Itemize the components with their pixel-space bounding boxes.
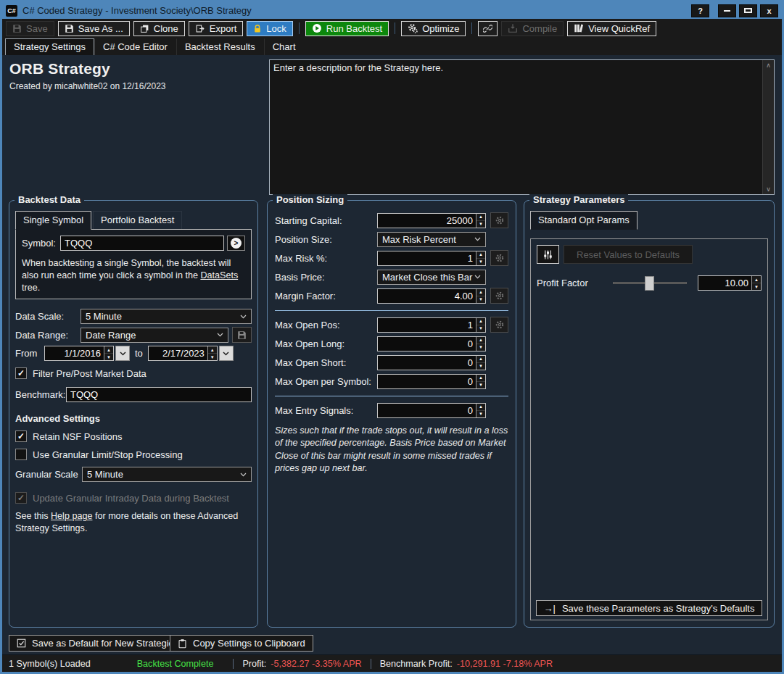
max-open-pos-input[interactable]: [378, 318, 476, 332]
from-date-spinner[interactable]: ▲▼: [104, 346, 113, 360]
spin-up-icon[interactable]: ▲: [476, 214, 485, 221]
spin-down-icon[interactable]: ▼: [476, 363, 485, 370]
spin-down-icon[interactable]: ▼: [476, 325, 485, 332]
save-default-new-strategies-button[interactable]: Save as Default for New Strategies: [9, 635, 186, 652]
spin-up-icon[interactable]: ▲: [208, 346, 217, 354]
tab-strategy-settings[interactable]: Strategy Settings: [5, 38, 94, 55]
spin-down-icon[interactable]: ▼: [476, 296, 485, 303]
basis-price-select[interactable]: Market Close this Bar: [377, 270, 486, 285]
spin-up-icon[interactable]: ▲: [104, 346, 113, 354]
max-open-long-input[interactable]: [378, 337, 476, 351]
to-date-dropdown-button[interactable]: [219, 346, 234, 361]
spin-down-icon[interactable]: ▼: [104, 354, 113, 360]
save-button[interactable]: Save: [6, 21, 54, 36]
spin-down-icon[interactable]: ▼: [476, 259, 485, 265]
spin-down-icon[interactable]: ▼: [476, 221, 485, 228]
to-date-input[interactable]: [149, 346, 207, 360]
help-page-link[interactable]: Help page: [51, 511, 92, 521]
spin-up-icon[interactable]: ▲: [752, 276, 761, 283]
compile-button[interactable]: Compile: [501, 21, 564, 36]
max-risk-spinner[interactable]: ▲▼: [476, 251, 485, 265]
symbol-input[interactable]: [60, 236, 224, 251]
save-parameters-defaults-button[interactable]: →| Save these Parameters as Strategy's D…: [536, 600, 762, 616]
position-size-select[interactable]: Max Risk Percent: [377, 232, 486, 247]
profit-factor-slider[interactable]: [613, 276, 687, 291]
lock-button[interactable]: Lock: [247, 21, 292, 36]
margin-factor-input[interactable]: [378, 289, 476, 303]
spin-down-icon[interactable]: ▼: [476, 411, 485, 417]
maximize-icon: [744, 8, 752, 13]
parameter-sliders-button[interactable]: [537, 245, 559, 264]
spin-down-icon[interactable]: ▼: [476, 382, 485, 388]
update-granular-checkbox[interactable]: ✓ Update Granular Intraday Data during B…: [15, 492, 252, 504]
view-quickref-button[interactable]: View QuickRef: [567, 21, 656, 36]
margin-factor-opt-button[interactable]: [490, 288, 508, 304]
close-button[interactable]: x: [760, 4, 778, 17]
benchmark-input[interactable]: [66, 387, 252, 402]
tab-chart[interactable]: Chart: [264, 38, 305, 55]
reset-values-button[interactable]: Reset Values to Defaults: [564, 245, 693, 264]
max-risk-opt-button[interactable]: [490, 250, 508, 266]
books-icon: [574, 23, 584, 33]
toolbar-separator: [471, 22, 472, 34]
spin-up-icon[interactable]: ▲: [476, 251, 485, 259]
copy-settings-button[interactable]: Copy Settings to Clipboard: [170, 635, 313, 652]
link-button[interactable]: [478, 21, 498, 36]
description-input[interactable]: [270, 60, 762, 194]
max-risk-input[interactable]: [378, 251, 476, 265]
help-button[interactable]: ?: [691, 4, 709, 17]
spin-down-icon[interactable]: ▼: [752, 283, 761, 290]
margin-factor-spinner[interactable]: ▲▼: [476, 289, 485, 303]
description-scrollbar[interactable]: ∧ ∨: [762, 60, 774, 194]
max-open-pos-spinner[interactable]: ▲▼: [476, 318, 485, 332]
max-entry-signals-input[interactable]: [378, 404, 476, 417]
max-open-short-input[interactable]: [378, 356, 476, 370]
from-date-input[interactable]: [45, 346, 104, 360]
export-button[interactable]: Export: [189, 21, 244, 36]
scroll-down-icon[interactable]: ∨: [766, 186, 771, 193]
to-date-spinner[interactable]: ▲▼: [207, 346, 217, 360]
starting-capital-input[interactable]: [378, 214, 476, 228]
from-date-dropdown-button[interactable]: [115, 346, 130, 361]
save-as-button[interactable]: Save As ...: [58, 21, 130, 36]
spin-up-icon[interactable]: ▲: [476, 337, 485, 344]
spin-down-icon[interactable]: ▼: [476, 344, 485, 351]
maximize-button[interactable]: [739, 4, 757, 17]
starting-capital-spinner[interactable]: ▲▼: [476, 214, 485, 228]
data-range-select[interactable]: Date Range: [81, 328, 228, 343]
tab-portfolio-backtest[interactable]: Portfolio Backtest: [93, 211, 182, 229]
spin-up-icon[interactable]: ▲: [476, 356, 485, 363]
max-entry-signals-spinner[interactable]: ▲▼: [476, 404, 485, 417]
spin-up-icon[interactable]: ▲: [476, 289, 485, 296]
optimize-button[interactable]: Optimize: [401, 21, 466, 36]
save-range-button[interactable]: [232, 327, 252, 343]
scroll-up-icon[interactable]: ∧: [766, 62, 771, 69]
retain-nsf-checkbox[interactable]: ✓ Retain NSF Positions: [15, 430, 252, 442]
max-open-per-symbol-input[interactable]: [378, 375, 476, 388]
max-open-pos-opt-button[interactable]: [490, 317, 508, 333]
spin-up-icon[interactable]: ▲: [476, 318, 485, 325]
run-backtest-button[interactable]: Run Backtest: [305, 21, 389, 36]
max-open-per-symbol-spinner[interactable]: ▲▼: [476, 375, 485, 388]
symbol-go-button[interactable]: >: [227, 236, 245, 251]
tab-backtest-results[interactable]: Backtest Results: [176, 38, 264, 55]
data-scale-select[interactable]: 5 Minute: [81, 309, 252, 324]
max-open-short-spinner[interactable]: ▲▼: [476, 356, 485, 370]
tab-single-symbol[interactable]: Single Symbol: [15, 211, 91, 230]
slider-thumb[interactable]: [645, 276, 654, 291]
granular-scale-select[interactable]: 5 Minute: [82, 467, 252, 482]
spin-up-icon[interactable]: ▲: [476, 375, 485, 382]
spin-down-icon[interactable]: ▼: [208, 354, 217, 360]
spin-up-icon[interactable]: ▲: [476, 404, 485, 411]
minimize-button[interactable]: [718, 4, 736, 17]
profit-factor-spinner[interactable]: ▲▼: [751, 276, 761, 290]
profit-factor-input[interactable]: [698, 276, 751, 290]
starting-capital-opt-button[interactable]: [490, 212, 508, 228]
tab-code-editor[interactable]: C# Code Editor: [94, 38, 176, 55]
clone-button[interactable]: Clone: [133, 21, 185, 36]
tab-standard-opt-params[interactable]: Standard Opt Params: [530, 211, 637, 230]
datasets-link[interactable]: DataSets: [200, 270, 238, 280]
max-open-long-spinner[interactable]: ▲▼: [476, 337, 485, 351]
granular-limit-checkbox[interactable]: Use Granular Limit/Stop Processing: [15, 449, 252, 460]
filter-prepost-checkbox[interactable]: ✓ Filter Pre/Post Market Data: [15, 367, 252, 379]
